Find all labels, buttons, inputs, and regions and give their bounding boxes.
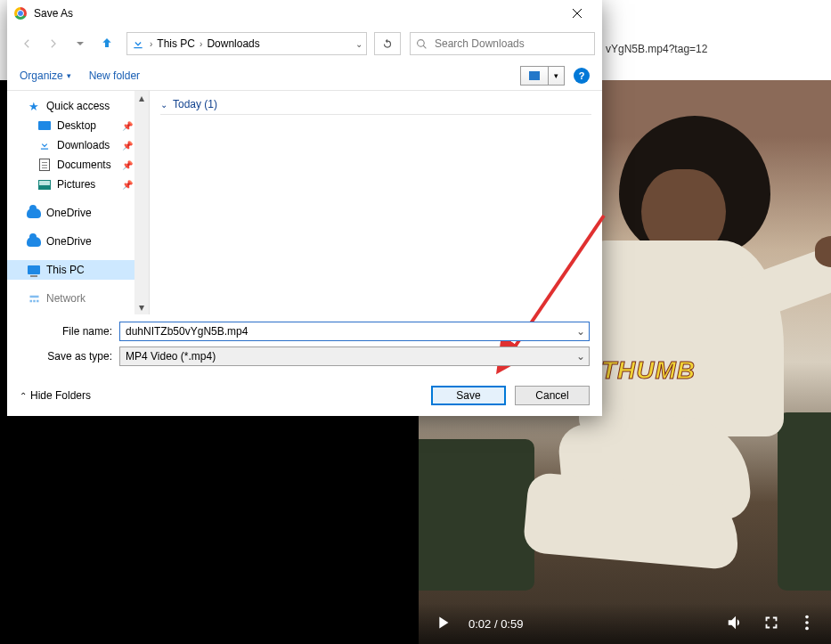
nav-sidebar: ★ Quick access Desktop 📌 Downloads 📌 Doc… — [7, 91, 150, 314]
sidebar-item-label: Documents — [57, 159, 111, 171]
svg-point-0 — [805, 615, 809, 618]
save-type-label: Save as type: — [20, 350, 112, 363]
save-type-value: MP4 Video (*.mp4) — [126, 350, 216, 363]
sidebar-item-documents[interactable]: Documents 📌 — [7, 155, 149, 175]
chevron-down-icon[interactable]: ⌄ — [573, 322, 589, 340]
video-time: 0:02 / 0:59 — [468, 617, 523, 631]
svg-point-1 — [805, 621, 809, 624]
sidebar-item-onedrive[interactable]: OneDrive — [7, 232, 149, 251]
cloud-icon — [27, 206, 41, 220]
pin-icon: 📌 — [122, 180, 133, 190]
search-input[interactable]: Search Downloads — [410, 32, 595, 55]
view-mode-button[interactable] — [520, 66, 549, 86]
save-as-dialog: Save As › This PC › Downloads ⌄ Search D… — [7, 0, 602, 416]
svg-point-2 — [805, 626, 809, 630]
sidebar-item-label: Downloads — [57, 139, 110, 151]
forward-button[interactable] — [41, 32, 66, 55]
save-type-combo[interactable]: MP4 Video (*.mp4) ⌄ — [119, 346, 590, 366]
chevron-down-icon: ▾ — [67, 71, 71, 80]
filename-input[interactable]: duhNITZb50vYgN5B.mp4 ⌄ — [119, 322, 590, 341]
hide-folders-label: Hide Folders — [30, 389, 91, 402]
picture-icon — [37, 177, 52, 192]
dialog-title: Save As — [34, 7, 73, 20]
search-icon — [416, 38, 428, 50]
sidebar-item-pictures[interactable]: Pictures 📌 — [7, 175, 149, 194]
cancel-button[interactable]: Cancel — [515, 386, 590, 405]
sidebar-item-label: This PC — [46, 264, 85, 276]
volume-icon[interactable] — [726, 613, 745, 635]
sidebar-item-label: OneDrive — [46, 235, 92, 248]
scroll-down-icon[interactable]: ▾ — [134, 300, 149, 314]
chevron-right-icon: › — [197, 39, 205, 49]
chevron-down-icon[interactable]: ⌄ — [573, 347, 589, 365]
hide-folders-toggle[interactable]: ⌃ Hide Folders — [20, 389, 91, 402]
network-icon — [27, 291, 41, 306]
group-header-label: Today (1) — [173, 98, 217, 110]
refresh-button[interactable] — [374, 32, 401, 55]
search-placeholder: Search Downloads — [435, 37, 525, 50]
sidebar-item-label: OneDrive — [46, 207, 92, 219]
filename-label: File name: — [20, 325, 112, 338]
help-icon[interactable]: ? — [574, 68, 590, 84]
video-controls: 0:02 / 0:59 — [419, 603, 831, 644]
pc-icon — [27, 263, 41, 277]
file-list[interactable]: ⌄ Today (1) — [150, 91, 602, 314]
download-icon — [131, 37, 145, 51]
star-icon: ★ — [27, 99, 41, 113]
back-button[interactable] — [14, 32, 39, 55]
sidebar-item-network[interactable]: Network — [7, 289, 149, 308]
chrome-icon — [14, 7, 27, 20]
url-text: vYgN5B.mp4?tag=12 — [606, 43, 707, 55]
dialog-footer: File name: duhNITZb50vYgN5B.mp4 ⌄ Save a… — [7, 314, 602, 416]
sidebar-item-label: Quick access — [46, 100, 110, 112]
crumb-this-pc[interactable]: This PC — [157, 37, 195, 50]
chevron-right-icon: › — [147, 39, 155, 49]
address-bar-fragment[interactable]: vYgN5B.mp4?tag=12 — [606, 37, 820, 61]
close-button[interactable] — [559, 0, 595, 27]
sidebar-item-label: Pictures — [57, 178, 95, 191]
scroll-up-icon[interactable]: ▴ — [134, 91, 149, 105]
chevron-up-icon: ⌃ — [20, 391, 27, 401]
nav-row: › This PC › Downloads ⌄ Search Downloads — [7, 27, 602, 61]
sidebar-scrollbar[interactable]: ▴ ▾ — [134, 91, 149, 314]
sidebar-item-label: Desktop — [57, 119, 96, 132]
fullscreen-icon[interactable] — [762, 613, 781, 635]
download-icon — [37, 138, 52, 152]
organize-menu[interactable]: Organize ▾ — [20, 69, 71, 82]
new-folder-button[interactable]: New folder — [89, 69, 140, 82]
more-icon[interactable] — [797, 613, 817, 635]
sidebar-item-downloads[interactable]: Downloads 📌 — [7, 135, 149, 155]
video-caption: THUMB — [601, 356, 831, 392]
sidebar-item-onedrive[interactable]: OneDrive — [7, 203, 149, 223]
chevron-down-icon: ⌄ — [160, 100, 167, 110]
view-mode-dropdown[interactable]: ▾ — [549, 66, 565, 86]
save-button[interactable]: Save — [431, 386, 506, 405]
desktop-icon — [37, 118, 52, 133]
sidebar-item-quick-access[interactable]: ★ Quick access — [7, 96, 149, 116]
group-header-today[interactable]: ⌄ Today (1) — [160, 98, 591, 110]
pin-icon: 📌 — [122, 141, 133, 151]
toolbar: Organize ▾ New folder ▾ ? — [7, 61, 602, 91]
chevron-down-icon[interactable]: ⌄ — [355, 39, 363, 49]
breadcrumb[interactable]: › This PC › Downloads ⌄ — [126, 32, 367, 55]
crumb-downloads[interactable]: Downloads — [207, 37, 259, 50]
up-button[interactable] — [94, 32, 119, 55]
filename-value: duhNITZb50vYgN5B.mp4 — [126, 325, 248, 338]
sidebar-item-label: Network — [46, 292, 86, 305]
sidebar-item-desktop[interactable]: Desktop 📌 — [7, 116, 149, 135]
divider — [160, 114, 591, 115]
titlebar: Save As — [7, 0, 602, 27]
recent-dropdown[interactable] — [68, 32, 93, 55]
organize-label: Organize — [20, 69, 63, 82]
cloud-icon — [27, 234, 41, 249]
pin-icon: 📌 — [122, 160, 133, 170]
pin-icon: 📌 — [122, 121, 133, 131]
play-icon[interactable] — [433, 613, 452, 635]
document-icon — [37, 158, 52, 172]
sidebar-item-this-pc[interactable]: This PC — [7, 260, 149, 280]
chair-left — [419, 439, 534, 591]
